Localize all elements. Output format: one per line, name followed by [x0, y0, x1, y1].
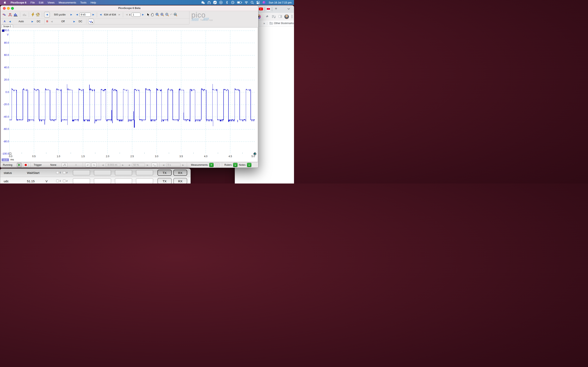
pre-trigger-decrease-button[interactable]: ◀	[128, 164, 130, 166]
channel-a-axis-marker[interactable]	[2, 30, 4, 32]
timebase-increase-button[interactable]: ▶	[70, 13, 73, 16]
trigger-level-increase-button[interactable]: ▶	[121, 164, 124, 166]
io-field-4[interactable]	[136, 178, 153, 184]
delay-decrease-button[interactable]: ◀	[162, 164, 165, 166]
zoom-multiplier-increase-button[interactable]: ▶	[141, 13, 144, 16]
timebase-value[interactable]: 500 µs/div	[51, 13, 69, 16]
spectrum-mode-button[interactable]	[13, 13, 18, 17]
scope-tab[interactable]: Scope 1	[1, 25, 13, 28]
notes-button[interactable]: ▲	[247, 163, 251, 167]
persistence-disabled-button[interactable]	[22, 13, 27, 17]
menu-file[interactable]: File	[28, 1, 37, 4]
checkmark-menu-icon[interactable]	[213, 1, 217, 4]
home-settings-button[interactable]	[36, 13, 40, 17]
io-field-2[interactable]	[94, 170, 111, 175]
pre-trigger-value[interactable]: 50 %	[132, 163, 145, 167]
trigger-marker-button[interactable]	[62, 163, 67, 167]
dock-status-icon[interactable]: !	[201, 1, 205, 4]
zoom-multiplier-input[interactable]	[131, 13, 140, 17]
persistence-mode-button[interactable]	[8, 13, 12, 17]
falling-edge-button[interactable]	[91, 163, 96, 167]
control-center-icon[interactable]	[256, 1, 260, 4]
menu-help[interactable]: Help	[88, 1, 98, 4]
new-tab-button[interactable]: +	[275, 6, 277, 11]
channel-b-coupling[interactable]: DC	[76, 20, 85, 23]
io-field-3[interactable]	[115, 170, 132, 175]
tab-search-chevron-icon[interactable]	[287, 8, 290, 10]
samples-decrease-button[interactable]: ◀	[75, 13, 78, 16]
waveform-generator-button[interactable]	[88, 19, 94, 24]
buffer-next-button[interactable]: ▶	[118, 13, 121, 16]
plot-corner-handle[interactable]	[254, 152, 256, 155]
io-checkbox-i[interactable]	[56, 171, 59, 174]
zoom-multiplier-decrease-button[interactable]: ◀	[125, 13, 128, 16]
auto-setup-button[interactable]	[31, 13, 35, 17]
pan-hand-tool-button[interactable]	[151, 13, 154, 17]
start-button[interactable]	[17, 163, 22, 167]
buffer-previous-button[interactable]: ◀	[99, 13, 102, 16]
zoom-out-button[interactable]	[165, 13, 169, 17]
other-bookmarks-label[interactable]: Other Bookmarks	[274, 22, 294, 25]
trigger-level-decrease-button[interactable]: ◀	[101, 164, 104, 166]
delay-increase-button[interactable]: ▶	[182, 164, 185, 166]
channel-b-range-down-button[interactable]: ◀	[50, 20, 53, 23]
channel-a-range-up-button[interactable]: ▶	[31, 20, 34, 23]
arc-app-icon[interactable]	[208, 1, 211, 4]
trigger-mode-value[interactable]: None	[50, 164, 56, 166]
remove-measurement-button[interactable]: −	[215, 163, 220, 167]
tx-button[interactable]: TX	[157, 170, 172, 176]
spotlight-search-icon[interactable]	[251, 1, 254, 4]
youtube-favicon[interactable]	[259, 8, 263, 10]
royalmail-favicon[interactable]: RM	[267, 7, 270, 11]
zoom-in-button[interactable]	[160, 13, 164, 17]
wifi-icon[interactable]	[245, 1, 248, 4]
tx-button[interactable]: TX	[157, 178, 172, 184]
io-field-1[interactable]	[73, 170, 90, 175]
marquee-zoom-button[interactable]	[155, 13, 159, 17]
scope-mode-button[interactable]	[2, 13, 7, 17]
channel-a-range[interactable]: Auto	[11, 20, 31, 23]
menu-measurements[interactable]: Measurements	[57, 1, 78, 4]
channel-offset-marker[interactable]	[9, 153, 11, 155]
samples-increase-button[interactable]: ▶	[92, 13, 95, 16]
trigger-source-value[interactable]: A	[75, 164, 77, 166]
menu-clock[interactable]: Sun 16 Jul 7:15 pm	[269, 1, 292, 4]
trigger-delay-value[interactable]: 0 s	[166, 163, 181, 167]
scope-plot[interactable]	[9, 31, 255, 154]
browser-menu-dots-icon[interactable]	[292, 15, 292, 18]
trigger-level-value[interactable]: -9.003 m\	[105, 163, 120, 167]
time-machine-icon[interactable]	[231, 1, 234, 4]
sidebar-toggle-icon[interactable]	[278, 15, 282, 18]
bluetooth-icon[interactable]	[225, 1, 229, 4]
channel-b-range[interactable]: Off	[53, 20, 73, 23]
siri-icon[interactable]	[262, 1, 266, 4]
rx-button[interactable]: RX	[173, 170, 187, 176]
menu-edit[interactable]: Edit	[37, 1, 45, 4]
play-circle-icon[interactable]	[219, 1, 223, 4]
rising-edge-button[interactable]	[85, 163, 90, 167]
samples-input[interactable]	[79, 13, 91, 17]
menu-views[interactable]: Views	[45, 1, 57, 4]
io-field-2[interactable]	[94, 178, 111, 184]
rx-button[interactable]: RX	[173, 178, 187, 184]
io-field-3[interactable]	[115, 178, 132, 184]
channel-a-coupling[interactable]: DC	[34, 20, 43, 23]
timebase-decrease-button[interactable]: ◀	[44, 12, 50, 17]
io-field-1[interactable]	[73, 178, 90, 184]
channel-a-range-down-button[interactable]: ◀	[8, 20, 11, 23]
stop-button[interactable]	[23, 163, 28, 167]
pre-trigger-increase-button[interactable]: ▶	[146, 164, 149, 166]
menu-tools[interactable]: Tools	[78, 1, 88, 4]
add-measurement-button[interactable]: +	[209, 163, 214, 167]
io-checkbox-r[interactable]	[63, 180, 66, 182]
io-checkbox-i[interactable]	[56, 180, 59, 182]
channel-b-range-up-button[interactable]: ▶	[73, 20, 76, 23]
rapid-trigger-button[interactable]	[151, 163, 157, 167]
profile-avatar[interactable]	[285, 15, 289, 19]
pointer-tool-button[interactable]	[147, 13, 150, 17]
bookmarks-overflow-chevron[interactable]: »	[263, 22, 265, 25]
apple-menu[interactable]	[0, 1, 9, 4]
rulers-button[interactable]: ▲	[233, 163, 238, 167]
playlist-music-icon[interactable]	[272, 15, 276, 18]
battery-icon[interactable]	[237, 1, 242, 4]
